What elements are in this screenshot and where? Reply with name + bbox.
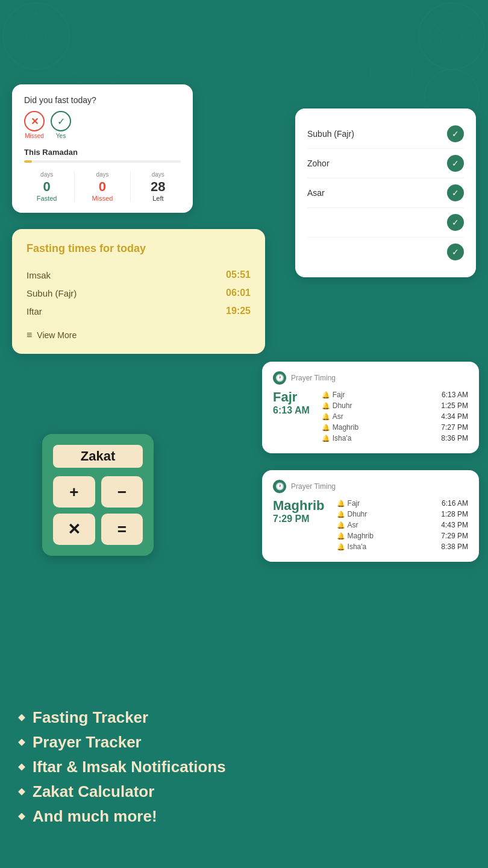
check-5: ✓ <box>447 244 464 260</box>
pt-list-2: 🔔 Fajr 6:16 AM 🔔 Dhuhr 1:28 PM 🔔 Asr 4:4… <box>337 498 468 552</box>
feature-fasting-tracker: Fasting Tracker <box>18 708 470 727</box>
feature-prayer-tracker: Prayer Tracker <box>18 733 470 752</box>
prayer-name-subuh: Subuh (Fajr) <box>307 129 354 139</box>
pt-item-dhuhr-1: 🔔 Dhuhr 1:25 PM <box>322 400 468 411</box>
subuh-time: 06:01 <box>226 288 251 298</box>
bullet-zakat <box>18 788 25 796</box>
bullet-more <box>18 813 25 820</box>
progress-bar-bg <box>24 160 181 163</box>
missed-number: 0 <box>80 179 125 195</box>
pt-main-2: Maghrib 7:29 PM 🔔 Fajr 6:16 AM 🔔 Dhuhr 1… <box>273 498 468 552</box>
pt-current-time-2: 7:29 PM <box>273 514 325 524</box>
view-more-button[interactable]: ≡ View More <box>27 330 251 341</box>
zakat-btn-add[interactable]: + <box>53 476 95 508</box>
list-icon: ≡ <box>27 330 32 341</box>
check-asar: ✓ <box>447 184 464 201</box>
left-number: 28 <box>136 179 181 195</box>
clock-icon-1: 🕐 <box>273 371 286 385</box>
zakat-card: Zakat + − ✕ = <box>42 434 154 556</box>
pt-item-fajr-2: 🔔 Fajr 6:16 AM <box>337 498 468 509</box>
pt-current-2: Maghrib 7:29 PM <box>273 498 325 524</box>
fasting-times-card: Fasting times for today Imsak 05:51 Subu… <box>12 229 265 354</box>
pt-item-isha-1: 🔔 Isha'a 8:36 PM <box>322 433 468 444</box>
zakat-btn-multiply[interactable]: ✕ <box>53 514 95 545</box>
check-4: ✓ <box>447 214 464 231</box>
check-subuh: ✓ <box>447 125 464 142</box>
subuh-name: Subuh (Fajr) <box>27 288 77 298</box>
bullet-notifications <box>18 764 25 771</box>
zakat-title: Zakat <box>53 445 143 468</box>
prayer-item-asar: Asar ✓ <box>307 178 464 208</box>
pt-current-time-1: 6:13 AM <box>273 405 310 416</box>
feature-notifications: Iftar & Imsak Notifications <box>18 758 470 776</box>
pt-item-maghrib-1: 🔔 Maghrib 7:27 PM <box>322 422 468 433</box>
prayer-name-zohor: Zohor <box>307 159 330 168</box>
yes-button[interactable]: ✓ Yes <box>51 111 71 139</box>
pt-current-name-2: Maghrib <box>273 498 325 514</box>
pt-label-1: Prayer Timing <box>291 374 336 382</box>
prayer-timing-card-2: 🕐 Prayer Timing Maghrib 7:29 PM 🔔 Fajr 6… <box>262 470 479 562</box>
yes-icon: ✓ <box>51 111 71 131</box>
feature-notifications-text: Iftar & Imsak Notifications <box>33 758 226 776</box>
fasting-times-title: Fasting times for today <box>27 242 251 255</box>
clock-icon-2: 🕐 <box>273 480 286 493</box>
pt-item-isha-2: 🔔 Isha'a 8:38 PM <box>337 541 468 552</box>
stat-fasted: days 0 Fasted <box>24 171 69 202</box>
left-label: Left <box>136 195 181 202</box>
pt-header-2: 🕐 Prayer Timing <box>273 480 468 493</box>
stat-left: days 28 Left <box>136 171 181 202</box>
prayer-timing-card-1: 🕐 Prayer Timing Fajr 6:13 AM 🔔 Fajr 6:13… <box>262 362 479 453</box>
pt-item-maghrib-2: 🔔 Maghrib 7:29 PM <box>337 530 468 541</box>
pt-current-1: Fajr 6:13 AM <box>273 389 310 416</box>
prayer-item-subuh: Subuh (Fajr) ✓ <box>307 119 464 149</box>
check-zohor: ✓ <box>447 155 464 172</box>
yes-label: Yes <box>56 133 66 139</box>
prayer-item-4: ✓ <box>307 208 464 237</box>
prayer-name-asar: Asar <box>307 188 325 198</box>
time-iftar: Iftar 19:25 <box>27 302 251 320</box>
imsak-name: Imsak <box>27 270 51 280</box>
fasted-number: 0 <box>24 179 69 195</box>
missed-button[interactable]: ✕ Missed <box>24 111 45 139</box>
pt-main-1: Fajr 6:13 AM 🔔 Fajr 6:13 AM 🔔 Dhuhr 1:25… <box>273 389 468 444</box>
missed-stat-label: Missed <box>80 195 125 202</box>
missed-label: Missed <box>25 133 44 139</box>
this-ramadan-label: This Ramadan <box>24 148 181 157</box>
stat-divider-2 <box>130 171 131 202</box>
prayer-item-zohor: Zohor ✓ <box>307 149 464 178</box>
feature-zakat-text: Zakat Calculator <box>33 782 154 801</box>
prayer-tracker-card: Subuh (Fajr) ✓ Zohor ✓ Asar ✓ ✓ ✓ <box>295 108 476 277</box>
fast-actions: ✕ Missed ✓ Yes <box>24 111 181 139</box>
pt-header-1: 🕐 Prayer Timing <box>273 371 468 385</box>
pt-item-asr-1: 🔔 Asr 4:34 PM <box>322 411 468 422</box>
iftar-time: 19:25 <box>226 306 251 316</box>
pt-item-fajr-1: 🔔 Fajr 6:13 AM <box>322 389 468 400</box>
pt-list-1: 🔔 Fajr 6:13 AM 🔔 Dhuhr 1:25 PM 🔔 Asr 4:3… <box>322 389 468 444</box>
pt-current-name-1: Fajr <box>273 389 310 405</box>
prayer-item-5: ✓ <box>307 237 464 266</box>
fasting-tracker-card: Did you fast today? ✕ Missed ✓ Yes This … <box>12 84 193 213</box>
feature-prayer-tracker-text: Prayer Tracker <box>33 733 142 752</box>
iftar-name: Iftar <box>27 306 42 316</box>
missed-icon: ✕ <box>24 111 45 131</box>
fasted-label: Fasted <box>24 195 69 202</box>
fast-question: Did you fast today? <box>24 95 181 105</box>
pt-item-dhuhr-2: 🔔 Dhuhr 1:28 PM <box>337 509 468 520</box>
progress-bar-fill <box>24 160 32 163</box>
pt-item-asr-2: 🔔 Asr 4:43 PM <box>337 520 468 530</box>
time-subuh: Subuh (Fajr) 06:01 <box>27 284 251 302</box>
stats-row: days 0 Fasted days 0 Missed days 28 Left <box>24 171 181 202</box>
pt-label-2: Prayer Timing <box>291 482 336 491</box>
feature-zakat: Zakat Calculator <box>18 782 470 801</box>
features-section: Fasting Tracker Prayer Tracker Iftar & I… <box>18 708 470 832</box>
zakat-buttons: + − ✕ = <box>53 476 143 545</box>
cards-area: Did you fast today? ✕ Missed ✓ Yes This … <box>6 0 482 386</box>
main-content: Did you fast today? ✕ Missed ✓ Yes This … <box>0 0 488 868</box>
zakat-btn-equals[interactable]: = <box>101 514 143 545</box>
bullet-prayer-tracker <box>18 739 25 746</box>
stat-divider-1 <box>74 171 75 202</box>
stat-missed: days 0 Missed <box>80 171 125 202</box>
view-more-label: View More <box>37 330 77 340</box>
zakat-btn-subtract[interactable]: − <box>101 476 143 508</box>
feature-fasting-tracker-text: Fasting Tracker <box>33 708 148 727</box>
